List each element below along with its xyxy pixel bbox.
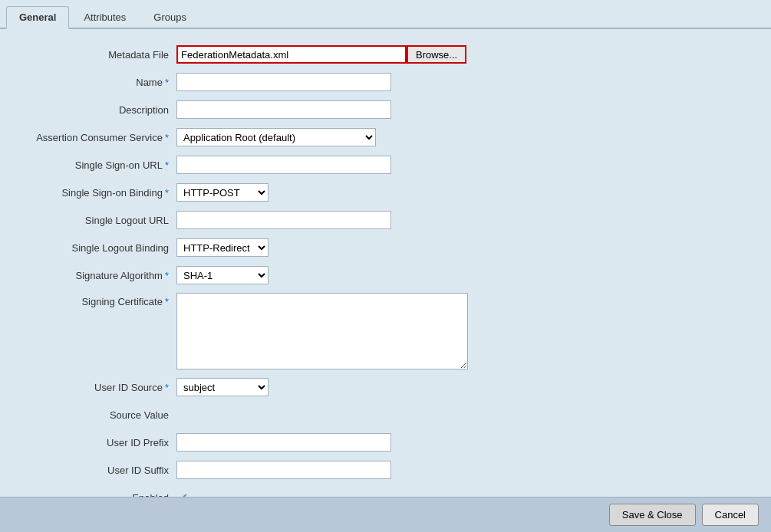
assertion-consumer-label: Assertion Consumer Service* xyxy=(15,132,176,143)
tab-attributes[interactable]: Attributes xyxy=(71,6,139,28)
userid-suffix-input[interactable] xyxy=(176,461,391,479)
name-label: Name* xyxy=(15,77,176,88)
signature-algorithm-label: Signature Algorithm* xyxy=(15,270,176,281)
slo-binding-row: Single Logout Binding HTTP-Redirect HTTP… xyxy=(15,238,756,258)
description-row: Description xyxy=(15,100,756,120)
sso-url-row: Single Sign-on URL* xyxy=(15,155,756,175)
userid-suffix-row: User ID Suffix xyxy=(15,460,756,480)
cancel-button[interactable]: Cancel xyxy=(702,504,759,526)
tab-bar: General Attributes Groups xyxy=(0,0,771,29)
tab-groups[interactable]: Groups xyxy=(140,6,199,28)
assertion-consumer-row: Assertion Consumer Service* Application … xyxy=(15,127,756,147)
sig-algo-required-star: * xyxy=(165,270,169,281)
bottom-bar: Save & Close Cancel xyxy=(0,497,771,532)
userid-source-label: User ID Source* xyxy=(15,382,176,393)
sso-binding-required-star: * xyxy=(165,187,169,199)
signing-certificate-row: Signing Certificate* xyxy=(15,293,756,369)
sso-binding-select[interactable]: HTTP-POST HTTP-Redirect xyxy=(176,183,269,202)
description-label: Description xyxy=(15,104,176,116)
name-required-star: * xyxy=(165,77,169,88)
metadata-file-label: Metadata File xyxy=(15,49,176,61)
assertion-consumer-select[interactable]: Application Root (default) Application R… xyxy=(176,128,376,146)
userid-prefix-row: User ID Prefix xyxy=(15,432,756,452)
userid-suffix-label: User ID Suffix xyxy=(15,465,176,476)
save-close-button[interactable]: Save & Close xyxy=(609,504,696,526)
source-value-label: Source Value xyxy=(15,409,176,421)
signing-certificate-textarea[interactable] xyxy=(176,293,468,369)
metadata-file-row: Metadata File Browse... xyxy=(15,44,756,64)
tab-general[interactable]: General xyxy=(6,6,69,29)
signing-cert-required-star: * xyxy=(165,296,169,307)
sso-binding-row: Single Sign-on Binding* HTTP-POST HTTP-R… xyxy=(15,182,756,202)
userid-prefix-label: User ID Prefix xyxy=(15,437,176,448)
signing-certificate-label: Signing Certificate* xyxy=(15,293,176,307)
slo-url-label: Single Logout URL xyxy=(15,215,176,226)
sso-url-label: Single Sign-on URL* xyxy=(15,159,176,171)
signature-algorithm-select[interactable]: SHA-1 SHA-256 SHA-512 xyxy=(176,266,269,284)
sso-binding-label: Single Sign-on Binding* xyxy=(15,187,176,199)
slo-url-input[interactable] xyxy=(176,211,391,229)
userid-source-row: User ID Source* subject attribute xyxy=(15,377,756,397)
main-window: General Attributes Groups Metadata File … xyxy=(0,0,771,532)
userid-source-required-star: * xyxy=(165,382,169,393)
slo-binding-select[interactable]: HTTP-Redirect HTTP-POST xyxy=(176,238,269,257)
acs-required-star: * xyxy=(165,132,169,143)
browse-button[interactable]: Browse... xyxy=(407,45,466,64)
userid-source-select[interactable]: subject attribute xyxy=(176,378,269,396)
sso-url-input[interactable] xyxy=(176,156,391,174)
name-row: Name* xyxy=(15,72,756,92)
description-input[interactable] xyxy=(176,100,391,119)
sso-url-required-star: * xyxy=(165,159,169,171)
slo-url-row: Single Logout URL xyxy=(15,210,756,230)
enabled-checkmark-icon: ✔ xyxy=(178,491,188,498)
signature-algorithm-row: Signature Algorithm* SHA-1 SHA-256 SHA-5… xyxy=(15,265,756,285)
form-content: Metadata File Browse... Name* Descriptio… xyxy=(0,29,771,497)
userid-prefix-input[interactable] xyxy=(176,433,391,452)
slo-binding-label: Single Logout Binding xyxy=(15,242,176,254)
name-input[interactable] xyxy=(176,73,391,91)
metadata-file-input[interactable] xyxy=(176,45,407,64)
enabled-row: Enabled ✔ xyxy=(15,488,756,497)
source-value-row: Source Value xyxy=(15,405,756,425)
